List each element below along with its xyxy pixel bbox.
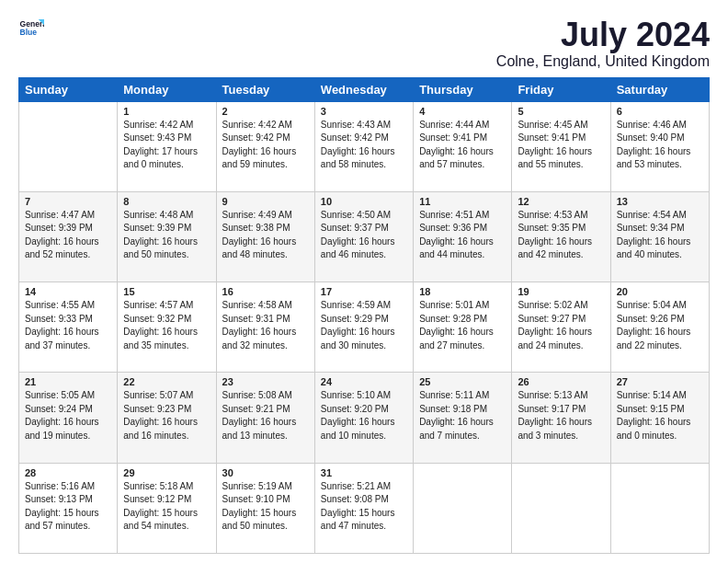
- week-row-4: 28Sunrise: 5:16 AM Sunset: 9:13 PM Dayli…: [19, 463, 710, 553]
- cell-content: Sunrise: 4:44 AM Sunset: 9:41 PM Dayligh…: [419, 119, 506, 172]
- week-row-0: 1Sunrise: 4:42 AM Sunset: 9:43 PM Daylig…: [19, 101, 710, 191]
- calendar-cell: 21Sunrise: 5:05 AM Sunset: 9:24 PM Dayli…: [19, 373, 118, 463]
- calendar-cell: 28Sunrise: 5:16 AM Sunset: 9:13 PM Dayli…: [19, 463, 118, 553]
- day-number: 14: [25, 286, 111, 297]
- calendar-cell: 3Sunrise: 4:43 AM Sunset: 9:42 PM Daylig…: [314, 101, 413, 191]
- day-number: 17: [321, 286, 407, 297]
- day-number: 15: [123, 286, 210, 297]
- day-number: 27: [617, 376, 703, 387]
- day-number: 9: [222, 196, 309, 207]
- col-thursday: Thursday: [414, 77, 512, 101]
- cell-content: Sunrise: 4:45 AM Sunset: 9:41 PM Dayligh…: [518, 119, 604, 172]
- logo-icon: General Blue: [18, 17, 44, 42]
- cell-content: Sunrise: 5:18 AM Sunset: 9:12 PM Dayligh…: [123, 480, 210, 534]
- cell-content: Sunrise: 4:43 AM Sunset: 9:42 PM Dayligh…: [321, 119, 407, 172]
- cell-content: Sunrise: 4:59 AM Sunset: 9:29 PM Dayligh…: [321, 299, 407, 352]
- calendar-cell: 17Sunrise: 4:59 AM Sunset: 9:29 PM Dayli…: [314, 282, 413, 373]
- cell-content: Sunrise: 5:13 AM Sunset: 9:17 PM Dayligh…: [518, 389, 604, 442]
- cell-content: Sunrise: 5:16 AM Sunset: 9:13 PM Dayligh…: [25, 480, 111, 534]
- calendar-cell: 30Sunrise: 5:19 AM Sunset: 9:10 PM Dayli…: [216, 463, 314, 553]
- cell-content: Sunrise: 5:01 AM Sunset: 9:28 PM Dayligh…: [419, 299, 506, 352]
- day-number: 12: [518, 196, 604, 207]
- cell-content: Sunrise: 5:02 AM Sunset: 9:27 PM Dayligh…: [518, 299, 604, 352]
- cell-content: Sunrise: 5:04 AM Sunset: 9:26 PM Dayligh…: [617, 299, 703, 352]
- day-number: 7: [25, 196, 111, 207]
- calendar-table: Sunday Monday Tuesday Wednesday Thursday…: [18, 77, 710, 554]
- day-number: 21: [25, 376, 111, 387]
- cell-content: Sunrise: 5:21 AM Sunset: 9:08 PM Dayligh…: [321, 480, 407, 534]
- cell-content: Sunrise: 5:08 AM Sunset: 9:21 PM Dayligh…: [222, 389, 309, 442]
- day-number: 29: [123, 467, 210, 478]
- col-friday: Friday: [512, 77, 610, 101]
- day-number: 26: [518, 376, 604, 387]
- cell-content: Sunrise: 5:05 AM Sunset: 9:24 PM Dayligh…: [25, 389, 111, 442]
- day-number: 2: [222, 106, 309, 117]
- logo: General Blue: [18, 17, 44, 42]
- calendar-cell: 9Sunrise: 4:49 AM Sunset: 9:38 PM Daylig…: [216, 191, 314, 282]
- day-number: 24: [321, 376, 407, 387]
- cell-content: Sunrise: 4:58 AM Sunset: 9:31 PM Dayligh…: [222, 299, 309, 352]
- cell-content: Sunrise: 4:53 AM Sunset: 9:35 PM Dayligh…: [518, 209, 604, 262]
- col-monday: Monday: [118, 77, 216, 101]
- day-number: 6: [617, 106, 703, 117]
- calendar-cell: 10Sunrise: 4:50 AM Sunset: 9:37 PM Dayli…: [314, 191, 413, 282]
- cell-content: Sunrise: 4:49 AM Sunset: 9:38 PM Dayligh…: [222, 209, 309, 262]
- page-header: General Blue July 2024 Colne, England, U…: [18, 17, 710, 70]
- day-number: 5: [518, 106, 604, 117]
- cell-content: Sunrise: 4:50 AM Sunset: 9:37 PM Dayligh…: [321, 209, 407, 262]
- calendar-cell: [512, 463, 610, 553]
- cell-content: Sunrise: 5:11 AM Sunset: 9:18 PM Dayligh…: [419, 389, 506, 442]
- day-number: 25: [419, 376, 506, 387]
- calendar-cell: [414, 463, 512, 553]
- day-number: 16: [222, 286, 309, 297]
- day-number: 11: [419, 196, 506, 207]
- day-number: 8: [123, 196, 210, 207]
- day-number: 4: [419, 106, 506, 117]
- calendar-cell: 6Sunrise: 4:46 AM Sunset: 9:40 PM Daylig…: [610, 101, 709, 191]
- cell-content: Sunrise: 4:47 AM Sunset: 9:39 PM Dayligh…: [25, 209, 111, 262]
- calendar-cell: 2Sunrise: 4:42 AM Sunset: 9:42 PM Daylig…: [216, 101, 314, 191]
- day-number: 23: [222, 376, 309, 387]
- calendar-cell: [19, 101, 118, 191]
- calendar-cell: 5Sunrise: 4:45 AM Sunset: 9:41 PM Daylig…: [512, 101, 610, 191]
- col-saturday: Saturday: [610, 77, 709, 101]
- title-block: July 2024 Colne, England, United Kingdom: [496, 17, 710, 70]
- cell-content: Sunrise: 5:19 AM Sunset: 9:10 PM Dayligh…: [222, 480, 309, 534]
- day-number: 22: [123, 376, 210, 387]
- cell-content: Sunrise: 4:42 AM Sunset: 9:43 PM Dayligh…: [123, 119, 210, 172]
- day-number: 3: [321, 106, 407, 117]
- calendar-cell: 12Sunrise: 4:53 AM Sunset: 9:35 PM Dayli…: [512, 191, 610, 282]
- calendar-cell: 4Sunrise: 4:44 AM Sunset: 9:41 PM Daylig…: [414, 101, 512, 191]
- col-wednesday: Wednesday: [314, 77, 413, 101]
- svg-text:Blue: Blue: [20, 28, 38, 37]
- cell-content: Sunrise: 4:57 AM Sunset: 9:32 PM Dayligh…: [123, 299, 210, 352]
- cell-content: Sunrise: 4:51 AM Sunset: 9:36 PM Dayligh…: [419, 209, 506, 262]
- day-number: 30: [222, 467, 309, 478]
- calendar-cell: 1Sunrise: 4:42 AM Sunset: 9:43 PM Daylig…: [118, 101, 216, 191]
- main-title: July 2024: [496, 17, 710, 53]
- day-number: 31: [321, 467, 407, 478]
- calendar-cell: 23Sunrise: 5:08 AM Sunset: 9:21 PM Dayli…: [216, 373, 314, 463]
- calendar-cell: 22Sunrise: 5:07 AM Sunset: 9:23 PM Dayli…: [118, 373, 216, 463]
- subtitle: Colne, England, United Kingdom: [496, 53, 710, 70]
- calendar-cell: 15Sunrise: 4:57 AM Sunset: 9:32 PM Dayli…: [118, 282, 216, 373]
- calendar-cell: 31Sunrise: 5:21 AM Sunset: 9:08 PM Dayli…: [314, 463, 413, 553]
- day-number: 18: [419, 286, 506, 297]
- calendar-cell: 29Sunrise: 5:18 AM Sunset: 9:12 PM Dayli…: [118, 463, 216, 553]
- calendar-cell: 13Sunrise: 4:54 AM Sunset: 9:34 PM Dayli…: [610, 191, 709, 282]
- cell-content: Sunrise: 4:42 AM Sunset: 9:42 PM Dayligh…: [222, 119, 309, 172]
- day-number: 1: [123, 106, 210, 117]
- cell-content: Sunrise: 5:10 AM Sunset: 9:20 PM Dayligh…: [321, 389, 407, 442]
- calendar-cell: 25Sunrise: 5:11 AM Sunset: 9:18 PM Dayli…: [414, 373, 512, 463]
- day-number: 28: [25, 467, 111, 478]
- header-row: Sunday Monday Tuesday Wednesday Thursday…: [19, 77, 710, 101]
- calendar-cell: 27Sunrise: 5:14 AM Sunset: 9:15 PM Dayli…: [610, 373, 709, 463]
- calendar-cell: 19Sunrise: 5:02 AM Sunset: 9:27 PM Dayli…: [512, 282, 610, 373]
- calendar-cell: 14Sunrise: 4:55 AM Sunset: 9:33 PM Dayli…: [19, 282, 118, 373]
- calendar-cell: 7Sunrise: 4:47 AM Sunset: 9:39 PM Daylig…: [19, 191, 118, 282]
- calendar-cell: 18Sunrise: 5:01 AM Sunset: 9:28 PM Dayli…: [414, 282, 512, 373]
- cell-content: Sunrise: 4:54 AM Sunset: 9:34 PM Dayligh…: [617, 209, 703, 262]
- cell-content: Sunrise: 4:55 AM Sunset: 9:33 PM Dayligh…: [25, 299, 111, 352]
- day-number: 10: [321, 196, 407, 207]
- calendar-cell: 26Sunrise: 5:13 AM Sunset: 9:17 PM Dayli…: [512, 373, 610, 463]
